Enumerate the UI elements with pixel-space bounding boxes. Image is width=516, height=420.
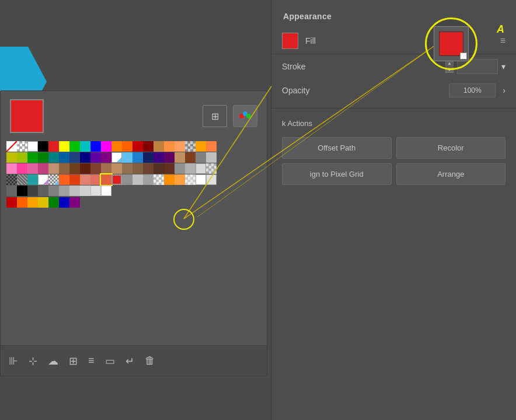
- white-swatch[interactable]: [27, 141, 38, 152]
- gray11-swatch[interactable]: [69, 186, 80, 196]
- checker5-swatch[interactable]: [154, 174, 164, 185]
- brown4-swatch[interactable]: [80, 163, 90, 174]
- red2-swatch-1[interactable]: [133, 141, 143, 152]
- blue4-swatch[interactable]: [80, 152, 90, 163]
- brown9-swatch[interactable]: [154, 163, 164, 174]
- green2-swatch[interactable]: [27, 152, 38, 163]
- blue6-swatch[interactable]: [59, 197, 69, 208]
- brown3-swatch[interactable]: [69, 163, 80, 174]
- orange10-swatch[interactable]: [164, 174, 175, 185]
- pink-swatch[interactable]: [6, 163, 17, 174]
- white5-swatch[interactable]: [196, 174, 206, 185]
- hotpink-swatch[interactable]: [17, 163, 27, 174]
- brown7-swatch[interactable]: [133, 163, 143, 174]
- orange-swatch-1[interactable]: [111, 141, 122, 152]
- yellow3-swatch[interactable]: [17, 152, 27, 163]
- selected-orange-swatch[interactable]: [101, 174, 111, 185]
- orange5-swatch-1[interactable]: [196, 141, 206, 152]
- gray12-swatch[interactable]: [80, 186, 90, 196]
- group-icon[interactable]: ▭: [105, 355, 115, 368]
- gray6-swatch[interactable]: [6, 186, 17, 196]
- green3-swatch[interactable]: [38, 152, 48, 163]
- new-swatch-icon[interactable]: ⊹: [29, 355, 37, 368]
- red3-swatch-1[interactable]: [143, 141, 154, 152]
- gray7-swatch[interactable]: [27, 186, 38, 196]
- arrange-button[interactable]: Arrange: [396, 163, 506, 185]
- ltgray3-swatch[interactable]: [185, 163, 196, 174]
- blue5-swatch[interactable]: [133, 152, 143, 163]
- ltgray-swatch-2[interactable]: [206, 152, 217, 163]
- white2-swatch[interactable]: [111, 152, 122, 163]
- tan3-swatch[interactable]: [48, 163, 59, 174]
- align-pixel-grid-button[interactable]: ign to Pixel Grid: [282, 163, 392, 185]
- checker6-swatch[interactable]: [185, 174, 196, 185]
- none-swatch[interactable]: [6, 141, 17, 152]
- pink2-swatch[interactable]: [27, 163, 38, 174]
- orange8-swatch[interactable]: [69, 174, 80, 185]
- darkpurple-swatch[interactable]: [154, 152, 164, 163]
- opacity-chevron[interactable]: ›: [503, 86, 505, 95]
- green-swatch-1[interactable]: [69, 141, 80, 152]
- offset-path-button[interactable]: Offset Path: [282, 137, 392, 159]
- black-swatch-row1[interactable]: [38, 141, 48, 152]
- brown10-swatch[interactable]: [164, 163, 175, 174]
- red5-swatch[interactable]: [6, 197, 17, 208]
- brown2-swatch[interactable]: [59, 163, 69, 174]
- pattern1-swatch[interactable]: [6, 174, 17, 185]
- gray3-swatch[interactable]: [175, 163, 185, 174]
- salmon-swatch[interactable]: [80, 174, 90, 185]
- orange2-swatch-1[interactable]: [122, 141, 133, 152]
- white6-swatch[interactable]: [101, 186, 111, 196]
- ltgray4-swatch[interactable]: [133, 174, 143, 185]
- blue2-swatch[interactable]: [59, 152, 69, 163]
- stroke-dropdown-arrow[interactable]: ▾: [501, 62, 505, 71]
- checker3-swatch[interactable]: [206, 163, 217, 174]
- opacity-value[interactable]: 100%: [449, 83, 496, 97]
- gray13-swatch[interactable]: [90, 186, 101, 196]
- tan-swatch-1[interactable]: [154, 141, 164, 152]
- libraries-icon[interactable]: ⊪: [9, 355, 18, 368]
- checker2-swatch[interactable]: [185, 141, 196, 152]
- gray9-swatch[interactable]: [48, 186, 59, 196]
- list-icon[interactable]: ≡: [500, 36, 505, 46]
- orange4-swatch-1[interactable]: [175, 141, 185, 152]
- white4-swatch[interactable]: [38, 174, 48, 185]
- gray4-swatch[interactable]: [122, 174, 133, 185]
- gray5-swatch[interactable]: [143, 174, 154, 185]
- brown8-swatch[interactable]: [143, 163, 154, 174]
- green4-swatch[interactable]: [48, 197, 59, 208]
- ltblue-swatch[interactable]: [122, 152, 133, 163]
- orange13-swatch[interactable]: [27, 197, 38, 208]
- blue3-swatch[interactable]: [69, 152, 80, 163]
- fill-color-swatch[interactable]: [282, 33, 298, 49]
- orange6-swatch-1[interactable]: [206, 141, 217, 152]
- cloud-icon[interactable]: ☁: [48, 355, 58, 368]
- tan5-swatch[interactable]: [111, 163, 122, 174]
- teal-swatch[interactable]: [48, 152, 59, 163]
- magenta-swatch-1[interactable]: [101, 141, 111, 152]
- purple4-swatch[interactable]: [69, 197, 80, 208]
- checkerboard-swatch[interactable]: [17, 141, 27, 152]
- tan4-swatch[interactable]: [101, 163, 111, 174]
- move-icon[interactable]: ↵: [125, 355, 134, 368]
- grid-icon[interactable]: ⊞: [69, 355, 78, 368]
- gray10-swatch[interactable]: [59, 186, 69, 196]
- yellow4-swatch[interactable]: [38, 197, 48, 208]
- gray-swatch-2[interactable]: [196, 152, 206, 163]
- checker4-swatch[interactable]: [48, 174, 59, 185]
- white3-swatch[interactable]: [196, 163, 206, 174]
- palette-view-button[interactable]: [233, 105, 257, 127]
- brown-swatch[interactable]: [185, 152, 196, 163]
- orange7-swatch[interactable]: [59, 174, 69, 185]
- orange11-swatch[interactable]: [175, 174, 185, 185]
- blue-swatch-1[interactable]: [90, 141, 101, 152]
- cyan-swatch-1[interactable]: [80, 141, 90, 152]
- black2-swatch[interactable]: [17, 186, 27, 196]
- red4-swatch[interactable]: [111, 174, 122, 185]
- pattern2-swatch[interactable]: [17, 174, 27, 185]
- delete-icon[interactable]: 🗑: [145, 355, 155, 367]
- list-icon2[interactable]: ≡: [88, 355, 95, 367]
- tan2-swatch[interactable]: [175, 152, 185, 163]
- brown6-swatch[interactable]: [122, 163, 133, 174]
- yellow-swatch-1[interactable]: [59, 141, 69, 152]
